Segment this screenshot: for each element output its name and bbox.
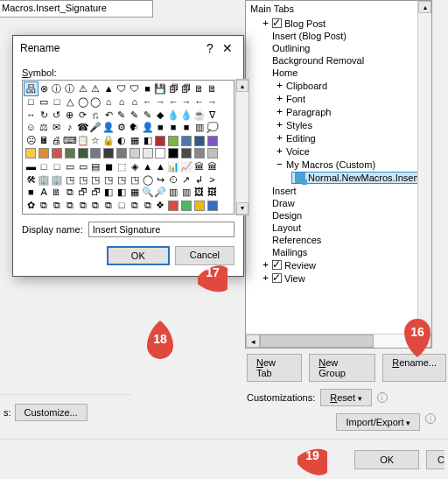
symbol-cell[interactable]	[154, 147, 167, 160]
symbol-cell[interactable]: ⌂	[116, 95, 129, 109]
import-export-button[interactable]: Import/Export	[336, 413, 420, 431]
symbol-cell[interactable]: ▭	[38, 95, 51, 109]
expand-toggle-icon[interactable]: +	[276, 132, 284, 144]
symbol-cell[interactable]: 🗐	[180, 82, 193, 95]
tree-item[interactable]: +View	[246, 271, 431, 285]
symbol-cell[interactable]: ⚖	[38, 121, 51, 134]
symbol-cell[interactable]: ⧉	[141, 199, 154, 212]
expand-toggle-icon[interactable]: +	[276, 106, 284, 117]
symbol-cell[interactable]: 🗗	[76, 186, 89, 199]
symbol-cell[interactable]: ◳	[102, 173, 116, 187]
expand-toggle-icon[interactable]: +	[276, 145, 284, 157]
symbol-cell[interactable]: ■	[180, 121, 193, 134]
tree-item[interactable]: Design	[246, 209, 431, 222]
symbol-cell[interactable]: ▲	[154, 160, 167, 173]
symbol-cell[interactable]: ⚠	[89, 82, 102, 95]
tree-item[interactable]: +Editing	[246, 131, 431, 144]
display-name-input[interactable]	[88, 222, 234, 237]
symbol-cell[interactable]: ◯	[141, 173, 154, 187]
symbol-cell[interactable]: ◧	[141, 134, 154, 147]
scroll-up-icon[interactable]: ▴	[236, 80, 248, 92]
symbol-cell[interactable]	[38, 147, 51, 160]
symbol-cell[interactable]: ⧉	[51, 199, 64, 212]
symbol-cell[interactable]: ⚠	[76, 82, 89, 95]
scroll-left-icon[interactable]: ◂	[246, 335, 260, 348]
symbol-cell[interactable]	[192, 199, 206, 212]
symbol-cell[interactable]: ❖	[154, 199, 167, 212]
symbol-cell[interactable]	[167, 199, 180, 212]
symbol-cell[interactable]: ▬	[24, 160, 38, 173]
symbol-cell[interactable]	[128, 147, 141, 160]
symbol-cell[interactable]: ◳	[128, 173, 141, 187]
symbol-cell[interactable]: 🎤	[89, 121, 102, 134]
symbol-cell[interactable]: ◐	[116, 134, 129, 147]
checkbox[interactable]	[272, 273, 282, 283]
symbol-cell[interactable]	[24, 147, 38, 160]
symbol-cell[interactable]: ■	[24, 186, 38, 199]
symbol-cell[interactable]: >	[206, 173, 219, 187]
symbol-cell[interactable]: ✎	[116, 109, 129, 122]
tree-item[interactable]: +Styles	[246, 118, 431, 131]
symbol-cell[interactable]: ∇	[206, 109, 219, 122]
symbol-cell[interactable]: 品	[24, 82, 38, 95]
tree-item[interactable]: +Font	[246, 92, 431, 105]
symbol-cell[interactable]: ↔	[24, 109, 38, 122]
symbol-cell[interactable]: ⧉	[63, 199, 76, 212]
symbol-cell[interactable]: 🖽	[206, 186, 219, 199]
symbol-cell[interactable]	[180, 134, 193, 147]
new-group-button[interactable]: New Group	[309, 354, 375, 382]
symbol-cell[interactable]: ♪	[63, 121, 76, 134]
symbol-cell[interactable]	[116, 147, 129, 160]
ok-button[interactable]: OK	[354, 450, 419, 469]
symbol-cell[interactable]: 👤	[141, 121, 154, 134]
symbol-cell[interactable]	[89, 147, 102, 160]
symbol-cell[interactable]: 💧	[180, 109, 193, 122]
symbol-cell[interactable]: 👤	[102, 121, 116, 134]
symbol-cell[interactable]	[63, 147, 76, 160]
symbol-cell[interactable]: →	[180, 95, 193, 109]
symbol-cell[interactable]: ⧉	[76, 199, 89, 212]
symbol-cell[interactable]: ⌨	[63, 134, 76, 147]
symbol-cell[interactable]	[180, 147, 193, 160]
symbol-cell[interactable]	[76, 147, 89, 160]
expand-toggle-icon[interactable]: +	[276, 93, 284, 104]
symbol-cell[interactable]: □	[116, 199, 129, 212]
symbol-cell[interactable]: ▥	[192, 121, 206, 134]
symbol-cell[interactable]: ✿	[24, 199, 38, 212]
symbol-cell[interactable]: 🗎	[51, 186, 64, 199]
symbol-cell[interactable]: 📊	[167, 160, 180, 173]
tree-vscroll[interactable]: ▴	[417, 1, 431, 334]
symbol-cell[interactable]: ▭	[63, 160, 76, 173]
symbol-grid[interactable]: 品⊗ⓘⓘ⚠⚠▲🛡🛡■💾🗐🗐🗎🗎□▭□△◯◯⌂⌂⌂←→←→←→↔↻↺⊕⟳⎌↶✎✎✎…	[22, 80, 234, 215]
tree-item[interactable]: +Paragraph	[246, 105, 431, 118]
symbol-cell[interactable]: ☕	[192, 109, 206, 122]
expand-toggle-icon[interactable]: −	[276, 158, 284, 170]
symbol-cell[interactable]: 🖨	[51, 134, 64, 147]
symbol-cell[interactable]: 🔍	[141, 186, 154, 199]
symbol-cell[interactable]: 🏛	[192, 160, 206, 173]
dialog-titlebar[interactable]: Rename ? ✕	[13, 36, 243, 60]
symbol-cell[interactable]: 🏢	[51, 173, 64, 187]
tree-item[interactable]: Layout	[246, 222, 431, 234]
symbol-cell[interactable]: 🛡	[128, 82, 141, 95]
tree-item[interactable]: Home	[246, 67, 431, 79]
symbol-cell[interactable]	[102, 147, 116, 160]
symbol-cell[interactable]	[192, 147, 206, 160]
symbol-cell[interactable]: ☹	[24, 134, 38, 147]
symbol-cell[interactable]: 🗣	[128, 121, 141, 134]
symbol-cell[interactable]: ◼	[102, 160, 116, 173]
symbol-cell[interactable]: →	[206, 95, 219, 109]
expand-toggle-icon[interactable]: +	[262, 272, 270, 284]
checkbox[interactable]	[272, 18, 282, 28]
main-tabs-tree[interactable]: Main Tabs +Blog PostInsert (Blog Post)Ou…	[245, 0, 432, 349]
tree-item[interactable]: Outlining	[246, 42, 431, 54]
symbol-cell[interactable]: ◯	[89, 95, 102, 109]
tree-item[interactable]: Background Removal	[246, 54, 431, 67]
checkbox[interactable]	[272, 260, 282, 270]
symbol-cell[interactable]: 🔎	[154, 186, 167, 199]
symbol-cell[interactable]: ⧉	[128, 199, 141, 212]
tree-item[interactable]: Insert (Blog Post)	[246, 30, 431, 42]
symbol-cell[interactable]: ▲	[102, 82, 116, 95]
symbol-cell[interactable]: ☎	[76, 121, 89, 134]
symbol-cell[interactable]: 📋	[76, 134, 89, 147]
